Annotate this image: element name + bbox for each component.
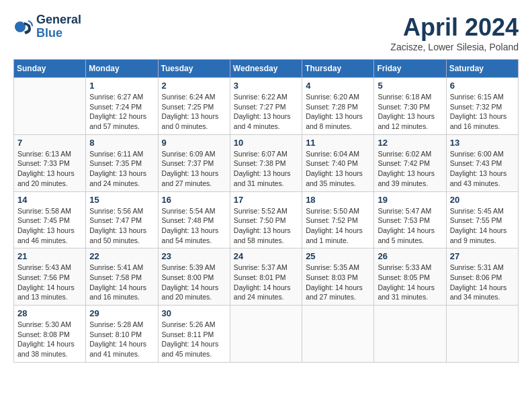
page-header: General Blue April 2024 Zacisze, Lower S… <box>13 13 519 52</box>
calendar-cell: 16Sunrise: 5:54 AM Sunset: 7:48 PM Dayli… <box>158 191 230 248</box>
calendar-cell: 2Sunrise: 6:24 AM Sunset: 7:25 PM Daylig… <box>158 78 230 135</box>
calendar-cell: 5Sunrise: 6:18 AM Sunset: 7:30 PM Daylig… <box>374 78 446 135</box>
calendar-day-header: Friday <box>374 60 446 78</box>
day-info: Sunrise: 5:47 AM Sunset: 7:53 PM Dayligh… <box>378 206 442 246</box>
calendar-week-row: 7Sunrise: 6:13 AM Sunset: 7:33 PM Daylig… <box>14 134 519 191</box>
calendar-cell: 9Sunrise: 6:09 AM Sunset: 7:37 PM Daylig… <box>158 134 230 191</box>
calendar-week-row: 14Sunrise: 5:58 AM Sunset: 7:45 PM Dayli… <box>14 191 519 248</box>
svg-point-0 <box>15 21 26 32</box>
day-number: 22 <box>89 251 154 261</box>
calendar-cell: 29Sunrise: 5:28 AM Sunset: 8:10 PM Dayli… <box>86 306 158 363</box>
day-number: 27 <box>450 251 515 261</box>
calendar-cell: 6Sunrise: 6:15 AM Sunset: 7:32 PM Daylig… <box>446 78 518 135</box>
day-number: 8 <box>89 138 154 148</box>
calendar-cell: 17Sunrise: 5:52 AM Sunset: 7:50 PM Dayli… <box>230 191 302 248</box>
day-info: Sunrise: 5:50 AM Sunset: 7:52 PM Dayligh… <box>306 206 370 246</box>
day-number: 3 <box>234 81 298 91</box>
calendar-day-header: Saturday <box>446 60 518 78</box>
day-number: 24 <box>234 251 298 261</box>
calendar-cell: 19Sunrise: 5:47 AM Sunset: 7:53 PM Dayli… <box>374 191 446 248</box>
day-number: 5 <box>378 81 442 91</box>
calendar-week-row: 21Sunrise: 5:43 AM Sunset: 7:56 PM Dayli… <box>14 248 519 306</box>
calendar-cell: 10Sunrise: 6:07 AM Sunset: 7:38 PM Dayli… <box>230 134 302 191</box>
day-info: Sunrise: 5:30 AM Sunset: 8:08 PM Dayligh… <box>17 320 82 359</box>
day-number: 23 <box>162 251 226 261</box>
day-info: Sunrise: 5:41 AM Sunset: 7:58 PM Dayligh… <box>89 263 154 302</box>
day-number: 17 <box>234 195 298 205</box>
logo-icon <box>13 17 34 37</box>
calendar-cell <box>374 306 446 363</box>
calendar-cell <box>14 78 86 135</box>
calendar-cell: 25Sunrise: 5:35 AM Sunset: 8:03 PM Dayli… <box>302 248 374 306</box>
day-info: Sunrise: 6:15 AM Sunset: 7:32 PM Dayligh… <box>450 92 515 132</box>
day-info: Sunrise: 5:37 AM Sunset: 8:01 PM Dayligh… <box>234 263 298 302</box>
day-info: Sunrise: 6:00 AM Sunset: 7:43 PM Dayligh… <box>450 149 515 189</box>
day-number: 4 <box>306 81 370 91</box>
calendar-week-row: 1Sunrise: 6:27 AM Sunset: 7:24 PM Daylig… <box>14 78 519 135</box>
calendar-day-header: Tuesday <box>158 60 230 78</box>
day-info: Sunrise: 5:56 AM Sunset: 7:47 PM Dayligh… <box>89 206 154 246</box>
calendar-cell: 13Sunrise: 6:00 AM Sunset: 7:43 PM Dayli… <box>446 134 518 191</box>
calendar-day-header: Thursday <box>302 60 374 78</box>
calendar-cell <box>446 306 518 363</box>
day-info: Sunrise: 6:07 AM Sunset: 7:38 PM Dayligh… <box>234 149 298 189</box>
logo: General Blue <box>13 13 81 40</box>
day-info: Sunrise: 5:33 AM Sunset: 8:05 PM Dayligh… <box>378 263 442 302</box>
calendar-cell: 21Sunrise: 5:43 AM Sunset: 7:56 PM Dayli… <box>14 248 86 306</box>
calendar-cell: 15Sunrise: 5:56 AM Sunset: 7:47 PM Dayli… <box>86 191 158 248</box>
day-info: Sunrise: 5:26 AM Sunset: 8:11 PM Dayligh… <box>162 320 226 359</box>
day-info: Sunrise: 5:35 AM Sunset: 8:03 PM Dayligh… <box>306 263 370 302</box>
day-info: Sunrise: 5:39 AM Sunset: 8:00 PM Dayligh… <box>162 263 226 302</box>
calendar-cell: 22Sunrise: 5:41 AM Sunset: 7:58 PM Dayli… <box>86 248 158 306</box>
day-info: Sunrise: 5:52 AM Sunset: 7:50 PM Dayligh… <box>234 206 298 246</box>
day-number: 6 <box>450 81 515 91</box>
calendar-cell: 27Sunrise: 5:31 AM Sunset: 8:06 PM Dayli… <box>446 248 518 306</box>
day-number: 7 <box>17 138 82 148</box>
calendar-cell: 8Sunrise: 6:11 AM Sunset: 7:35 PM Daylig… <box>86 134 158 191</box>
day-info: Sunrise: 6:11 AM Sunset: 7:35 PM Dayligh… <box>89 149 154 189</box>
calendar-cell: 28Sunrise: 5:30 AM Sunset: 8:08 PM Dayli… <box>14 306 86 363</box>
day-info: Sunrise: 6:22 AM Sunset: 7:27 PM Dayligh… <box>234 92 298 132</box>
calendar-cell: 7Sunrise: 6:13 AM Sunset: 7:33 PM Daylig… <box>14 134 86 191</box>
calendar-table: SundayMondayTuesdayWednesdayThursdayFrid… <box>13 59 519 363</box>
day-number: 1 <box>89 81 154 91</box>
day-info: Sunrise: 5:58 AM Sunset: 7:45 PM Dayligh… <box>17 206 82 246</box>
day-number: 26 <box>378 251 442 261</box>
day-number: 28 <box>17 308 82 318</box>
day-info: Sunrise: 5:28 AM Sunset: 8:10 PM Dayligh… <box>89 320 154 359</box>
day-number: 30 <box>162 308 226 318</box>
day-number: 15 <box>89 195 154 205</box>
day-info: Sunrise: 6:24 AM Sunset: 7:25 PM Dayligh… <box>162 92 226 132</box>
day-number: 13 <box>450 138 515 148</box>
day-number: 20 <box>450 195 515 205</box>
calendar-cell: 18Sunrise: 5:50 AM Sunset: 7:52 PM Dayli… <box>302 191 374 248</box>
calendar-cell: 11Sunrise: 6:04 AM Sunset: 7:40 PM Dayli… <box>302 134 374 191</box>
day-number: 18 <box>306 195 370 205</box>
calendar-cell: 24Sunrise: 5:37 AM Sunset: 8:01 PM Dayli… <box>230 248 302 306</box>
day-info: Sunrise: 6:09 AM Sunset: 7:37 PM Dayligh… <box>162 149 226 189</box>
day-number: 14 <box>17 195 82 205</box>
calendar-day-header: Monday <box>86 60 158 78</box>
day-number: 9 <box>162 138 226 148</box>
day-number: 19 <box>378 195 442 205</box>
day-number: 29 <box>89 308 154 318</box>
calendar-cell: 14Sunrise: 5:58 AM Sunset: 7:45 PM Dayli… <box>14 191 86 248</box>
calendar-header-row: SundayMondayTuesdayWednesdayThursdayFrid… <box>14 60 519 78</box>
day-number: 10 <box>234 138 298 148</box>
day-info: Sunrise: 6:18 AM Sunset: 7:30 PM Dayligh… <box>378 92 442 132</box>
calendar-cell: 12Sunrise: 6:02 AM Sunset: 7:42 PM Dayli… <box>374 134 446 191</box>
day-info: Sunrise: 6:02 AM Sunset: 7:42 PM Dayligh… <box>378 149 442 189</box>
day-info: Sunrise: 6:04 AM Sunset: 7:40 PM Dayligh… <box>306 149 370 189</box>
calendar-cell <box>230 306 302 363</box>
calendar-body: 1Sunrise: 6:27 AM Sunset: 7:24 PM Daylig… <box>14 78 519 363</box>
day-info: Sunrise: 6:13 AM Sunset: 7:33 PM Dayligh… <box>17 149 82 189</box>
day-info: Sunrise: 6:27 AM Sunset: 7:24 PM Dayligh… <box>89 92 154 132</box>
calendar-day-header: Wednesday <box>230 60 302 78</box>
day-number: 2 <box>162 81 226 91</box>
calendar-cell: 4Sunrise: 6:20 AM Sunset: 7:28 PM Daylig… <box>302 78 374 135</box>
day-info: Sunrise: 6:20 AM Sunset: 7:28 PM Dayligh… <box>306 92 370 132</box>
calendar-cell: 1Sunrise: 6:27 AM Sunset: 7:24 PM Daylig… <box>86 78 158 135</box>
calendar-cell: 30Sunrise: 5:26 AM Sunset: 8:11 PM Dayli… <box>158 306 230 363</box>
day-number: 11 <box>306 138 370 148</box>
day-info: Sunrise: 5:54 AM Sunset: 7:48 PM Dayligh… <box>162 206 226 246</box>
